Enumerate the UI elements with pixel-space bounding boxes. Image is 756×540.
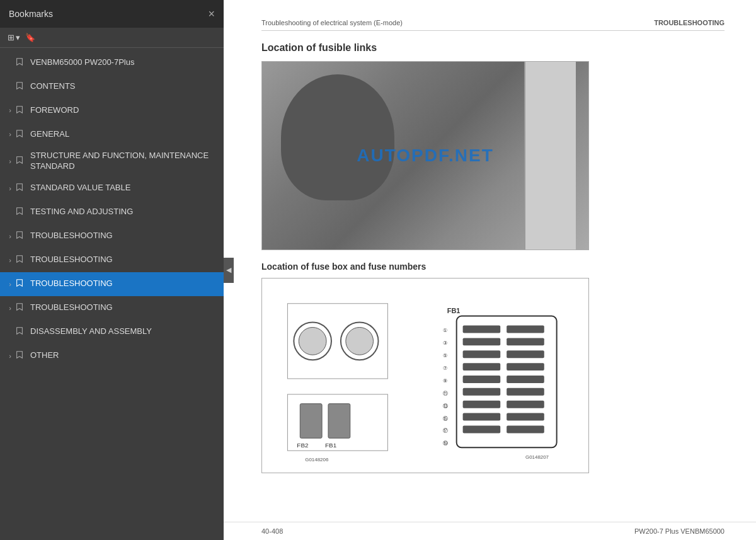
bookmark-item-5[interactable]: ›STRUCTURE AND FUNCTION, MAINTENANCE STA… — [0, 146, 224, 176]
bookmark-item-6[interactable]: ›STANDARD VALUE TABLE — [0, 176, 224, 200]
svg-text:⑪: ⑪ — [443, 391, 448, 396]
bookmark-label: TROUBLESHOOTING — [30, 302, 217, 313]
svg-point-2 — [299, 327, 326, 355]
footer-left: 40-408 — [261, 527, 283, 535]
svg-rect-26 — [463, 413, 501, 421]
bookmark-item-13[interactable]: ›OTHER — [0, 344, 224, 368]
bookmark-item-7[interactable]: TESTING AND ADJUSTING — [0, 200, 224, 224]
svg-rect-12 — [463, 326, 501, 333]
bookmark-item-4[interactable]: ›GENERAL — [0, 122, 224, 146]
bookmark-flag-icon — [15, 326, 25, 337]
svg-rect-24 — [463, 401, 501, 408]
chevron-icon: › — [5, 130, 15, 138]
main-content: Troubleshooting of electrical system (E-… — [224, 0, 756, 540]
fuse-diagram-svg: FB2 FB1 FB1 — [262, 279, 588, 473]
svg-text:⑦: ⑦ — [443, 365, 447, 371]
svg-rect-22 — [463, 388, 501, 396]
bookmark-label: TESTING AND ADJUSTING — [30, 207, 217, 217]
footer-right: PW200-7 Plus VENBM65000 — [634, 527, 724, 535]
bookmark-item-1[interactable]: VENBM65000 PW200-7Plus — [0, 50, 224, 74]
bookmark-flag-icon — [15, 231, 25, 241]
sidebar: Bookmarks × ⊞ ▾ 🔖 VENBM65000 PW200-7Plus… — [0, 0, 224, 540]
page-header-left: Troubleshooting of electrical system (E-… — [261, 19, 403, 26]
page-header-right: TROUBLESHOOTING — [654, 19, 724, 26]
svg-rect-20 — [463, 376, 501, 383]
bookmark-label: STANDARD VALUE TABLE — [30, 183, 217, 193]
close-button[interactable]: × — [208, 8, 215, 20]
bookmark-flag-icon — [15, 350, 25, 361]
list-view-button[interactable]: ⊞ ▾ — [8, 33, 20, 42]
svg-text:⑨: ⑨ — [443, 378, 447, 384]
svg-rect-16 — [463, 350, 501, 358]
bookmark-flag-icon — [15, 129, 25, 140]
bookmark-label: OTHER — [30, 350, 217, 361]
bookmark-flag-icon — [15, 255, 25, 265]
sidebar-header: Bookmarks × — [0, 0, 224, 28]
svg-rect-28 — [463, 425, 501, 433]
chevron-icon: › — [5, 233, 15, 240]
svg-rect-6 — [300, 404, 322, 439]
svg-rect-7 — [328, 404, 350, 439]
chevron-icon: › — [5, 158, 15, 165]
document-content: Troubleshooting of electrical system (E-… — [224, 0, 756, 522]
chevron-icon: › — [5, 304, 15, 312]
sidebar-collapse-button[interactable]: ◀ — [224, 258, 234, 283]
chevron-icon: › — [5, 185, 15, 192]
bookmark-item-3[interactable]: ›FOREWORD — [0, 98, 224, 122]
bookmark-flag-icon — [15, 81, 25, 92]
bookmark-list: VENBM65000 PW200-7PlusCONTENTS›FOREWORD›… — [0, 48, 224, 540]
svg-text:G0148206: G0148206 — [305, 457, 329, 462]
bookmark-label: TROUBLESHOOTING — [30, 231, 217, 241]
bookmark-item-2[interactable]: CONTENTS — [0, 74, 224, 98]
section2-title: Location of fuse box and fuse numbers — [261, 261, 724, 272]
svg-text:⑰: ⑰ — [443, 428, 448, 434]
bookmark-label: GENERAL — [30, 129, 217, 140]
bookmark-item-9[interactable]: ›TROUBLESHOOTING — [0, 248, 224, 272]
bookmark-label: VENBM65000 PW200-7Plus — [30, 57, 217, 68]
bookmark-label: DISASSEMBLY AND ASSEMBLY — [30, 326, 217, 337]
section1-title: Location of fusible links — [261, 42, 724, 54]
page-footer: 40-408 PW200-7 Plus VENBM65000 — [224, 522, 756, 540]
bookmark-flag-icon — [15, 57, 25, 68]
fuse-diagram-image: FB2 FB1 FB1 — [261, 278, 589, 473]
svg-text:⑤: ⑤ — [443, 353, 447, 359]
dropdown-arrow: ▾ — [16, 33, 20, 42]
bookmark-flag-icon — [15, 156, 25, 166]
svg-text:FB1: FB1 — [447, 307, 461, 314]
bookmark-flag-icon — [15, 279, 25, 289]
svg-rect-21 — [507, 376, 544, 383]
sidebar-title: Bookmarks — [9, 9, 53, 19]
svg-text:⑮: ⑮ — [443, 416, 448, 422]
svg-point-4 — [346, 327, 374, 355]
bookmark-flag-icon — [15, 105, 25, 116]
svg-rect-19 — [507, 363, 544, 371]
svg-rect-13 — [507, 326, 544, 333]
svg-rect-15 — [507, 338, 544, 345]
svg-rect-14 — [463, 338, 501, 345]
svg-rect-23 — [507, 388, 544, 396]
bookmark-item-10[interactable]: ›TROUBLESHOOTING — [0, 272, 224, 296]
bookmark-flag-icon — [15, 183, 25, 193]
svg-text:①: ① — [443, 328, 447, 333]
bookmark-item-12[interactable]: DISASSEMBLY AND ASSEMBLY — [0, 320, 224, 344]
bookmark-label: FOREWORD — [30, 105, 217, 116]
bookmark-view-button[interactable]: 🔖 — [25, 33, 35, 42]
toolbar: ⊞ ▾ 🔖 — [0, 28, 224, 48]
bookmark-item-11[interactable]: ›TROUBLESHOOTING — [0, 296, 224, 320]
svg-rect-17 — [507, 350, 544, 358]
bookmark-icon: 🔖 — [25, 33, 35, 42]
bookmark-item-8[interactable]: ›TROUBLESHOOTING — [0, 224, 224, 248]
bookmark-label: CONTENTS — [30, 81, 217, 92]
collapse-icon: ◀ — [226, 266, 231, 274]
svg-text:FB1: FB1 — [325, 442, 337, 449]
svg-rect-18 — [463, 363, 501, 371]
watermark: AUTOPDF.NET — [357, 146, 494, 166]
chevron-icon: › — [5, 280, 15, 288]
svg-text:FB2: FB2 — [297, 442, 309, 449]
svg-rect-29 — [507, 425, 544, 433]
chevron-icon: › — [5, 106, 15, 114]
svg-rect-25 — [507, 401, 544, 408]
svg-rect-27 — [507, 413, 544, 421]
svg-text:③: ③ — [443, 340, 447, 346]
svg-text:G0148207: G0148207 — [525, 454, 549, 460]
